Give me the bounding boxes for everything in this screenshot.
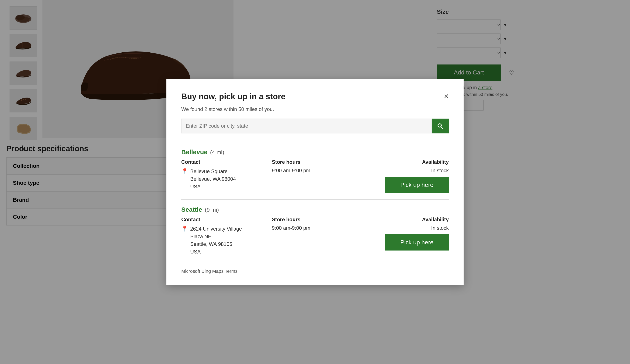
bellevue-addr-2: Bellevue, WA 98004 xyxy=(190,176,236,182)
seattle-distance: (9 mi) xyxy=(205,207,219,213)
modal-close-button[interactable]: × xyxy=(444,92,449,100)
zip-search-input[interactable] xyxy=(181,119,432,133)
bing-maps-terms: Microsoft Bing Maps Terms xyxy=(181,269,449,274)
seattle-contact-header: Contact xyxy=(181,217,268,223)
seattle-pickup-button[interactable]: Pick up here xyxy=(385,234,449,251)
svg-line-8 xyxy=(441,127,443,129)
seattle-in-stock: In stock xyxy=(431,225,449,231)
seattle-hours: 9:00 am-9:00 pm xyxy=(272,225,358,231)
divider-1 xyxy=(181,142,449,142)
bellevue-availability-header: Availability xyxy=(422,159,449,165)
seattle-addr-4: USA xyxy=(190,249,200,255)
bing-maps-link[interactable]: Microsoft Bing Maps Terms xyxy=(181,269,238,274)
bellevue-hours: 9:00 am-9:00 pm xyxy=(272,168,358,174)
modal-subtitle: We found 2 stores within 50 miles of you… xyxy=(181,106,449,112)
seattle-contact-col: Contact 📍 2624 University Village Plaza … xyxy=(181,217,268,256)
bellevue-store-name: Bellevue xyxy=(181,148,208,155)
store-entry-bellevue: Bellevue (4 mi) Contact 📍 Bellevue Squar… xyxy=(181,148,449,193)
seattle-address: 📍 2624 University Village Plaza NE Seatt… xyxy=(181,225,268,256)
bellevue-hours-col: Store hours 9:00 am-9:00 pm xyxy=(272,159,358,174)
bellevue-address: 📍 Bellevue Square Bellevue, WA 98004 USA xyxy=(181,168,268,190)
store-entry-seattle: Seattle (9 mi) Contact 📍 2624 University… xyxy=(181,206,449,256)
seattle-hours-header: Store hours xyxy=(272,217,358,223)
bellevue-pickup-button[interactable]: Pick up here xyxy=(385,177,449,193)
seattle-store-name: Seattle xyxy=(181,206,202,213)
seattle-availability-col: Availability In stock Pick up here xyxy=(362,217,449,251)
seattle-addr-2: Plaza NE xyxy=(190,234,212,239)
bellevue-contact-col: Contact 📍 Bellevue Square Bellevue, WA 9… xyxy=(181,159,268,190)
divider-2 xyxy=(181,199,449,200)
seattle-name-row: Seattle (9 mi) xyxy=(181,206,449,213)
bellevue-details-grid: Contact 📍 Bellevue Square Bellevue, WA 9… xyxy=(181,159,449,193)
bellevue-in-stock: In stock xyxy=(431,168,449,174)
seattle-availability-header: Availability xyxy=(422,217,449,223)
bellevue-address-text: Bellevue Square Bellevue, WA 98004 USA xyxy=(190,168,236,190)
store-pickup-modal: Buy now, pick up in a store × We found 2… xyxy=(166,79,464,285)
bellevue-distance: (4 mi) xyxy=(210,149,224,155)
seattle-address-text: 2624 University Village Plaza NE Seattle… xyxy=(190,225,242,256)
seattle-addr-3: Seattle, WA 98105 xyxy=(190,241,232,247)
bellevue-contact-header: Contact xyxy=(181,159,268,165)
search-icon xyxy=(437,123,444,129)
search-button[interactable] xyxy=(432,119,449,133)
map-pin-icon-seattle: 📍 xyxy=(181,226,188,232)
bellevue-name-row: Bellevue (4 mi) xyxy=(181,148,449,156)
modal-title: Buy now, pick up in a store xyxy=(181,92,286,101)
bellevue-hours-header: Store hours xyxy=(272,159,358,165)
seattle-details-grid: Contact 📍 2624 University Village Plaza … xyxy=(181,217,449,256)
bellevue-addr-3: USA xyxy=(190,184,200,189)
modal-header: Buy now, pick up in a store × xyxy=(181,92,449,101)
seattle-hours-col: Store hours 9:00 am-9:00 pm xyxy=(272,217,358,231)
svg-point-7 xyxy=(438,124,441,127)
bellevue-addr-1: Bellevue Square xyxy=(190,168,228,174)
map-pin-icon-bellevue: 📍 xyxy=(181,168,188,175)
store-search-row xyxy=(181,119,449,133)
seattle-addr-1: 2624 University Village xyxy=(190,226,242,232)
bellevue-availability-col: Availability In stock Pick up here xyxy=(362,159,449,193)
